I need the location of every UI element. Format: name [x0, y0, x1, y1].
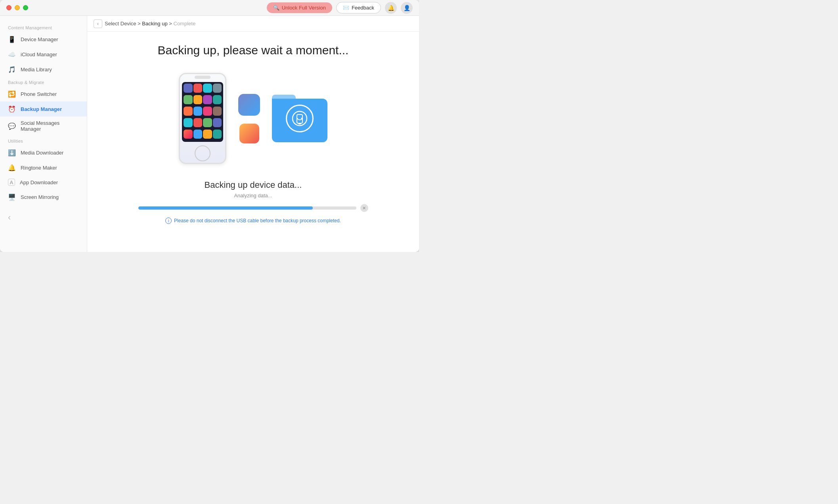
- status-subtitle: Analyzing data...: [138, 193, 368, 199]
- app-icon-2: [193, 84, 203, 93]
- download-icon: ⬇️: [8, 149, 16, 157]
- app-icon-sidebar: A: [8, 179, 15, 186]
- sidebar-item-backup-manager[interactable]: ⏰ Backup Manager: [0, 101, 87, 116]
- chat-icon: 💬: [8, 122, 16, 130]
- unlock-button[interactable]: 🔍 Unlock Full Version: [267, 2, 332, 13]
- chevron-left-icon: ‹: [8, 212, 11, 223]
- progress-row: ✕: [138, 204, 368, 212]
- titlebar: 🔍 Unlock Full Version ✉️ Feedback 🔔 👤: [0, 0, 419, 16]
- sidebar-item-ringtone-maker[interactable]: 🔔 Ringtone Maker: [0, 160, 87, 175]
- app-icon-5: [184, 95, 193, 104]
- feedback-button[interactable]: ✉️ Feedback: [336, 2, 381, 13]
- main-content: ‹ Select Device > Backing up > Complete …: [87, 16, 419, 252]
- progress-bar-fill: [138, 206, 313, 210]
- phone-mockup: [179, 73, 226, 164]
- breadcrumb-sep1: >: [138, 21, 142, 27]
- phone-screen: [182, 82, 223, 142]
- music-icon: 🎵: [8, 65, 16, 73]
- progress-bar-background: [138, 206, 356, 210]
- app-icon-7: [203, 95, 212, 104]
- app-icon-15: [203, 118, 212, 127]
- app-icon-6: [193, 95, 203, 104]
- app-icon-1: [184, 84, 193, 93]
- breadcrumb-bar: ‹ Select Device > Backing up > Complete: [87, 16, 419, 32]
- sidebar-label-phone-switcher: Phone Switcher: [21, 91, 57, 97]
- app-icon-4: [213, 84, 222, 93]
- app-icon-12: [213, 107, 222, 116]
- app-icon-13: [184, 118, 193, 127]
- app-window: 🔍 Unlock Full Version ✉️ Feedback 🔔 👤 Co…: [0, 0, 419, 252]
- app-icon-10: [193, 107, 203, 116]
- warning-text: i Please do not disconnect the USB cable…: [138, 218, 368, 224]
- maximize-button[interactable]: [23, 5, 28, 10]
- sidebar-label-screen-mirroring: Screen Mirroring: [21, 194, 59, 200]
- sidebar-item-icloud-manager[interactable]: ☁️ iCloud Manager: [0, 47, 87, 62]
- sidebar-label-media-library: Media Library: [21, 67, 52, 73]
- traffic-lights: [6, 5, 28, 10]
- status-section: Backing up device data... Analyzing data…: [138, 180, 368, 224]
- sidebar-item-phone-switcher[interactable]: 🔁 Phone Switcher: [0, 86, 87, 101]
- bell-icon: 🔔: [388, 5, 394, 11]
- monitor-icon: 🖥️: [8, 193, 16, 201]
- main-title: Backing up, please wait a moment...: [158, 44, 349, 57]
- sidebar-label-backup-manager: Backup Manager: [21, 106, 62, 112]
- sidebar-item-media-library[interactable]: 🎵 Media Library: [0, 62, 87, 77]
- app-icon-11: [203, 107, 212, 116]
- app-icon-16: [213, 118, 222, 127]
- sidebar-label-app-downloader: App Downloader: [20, 179, 58, 185]
- animation-area: [95, 73, 411, 164]
- user-icon: 👤: [404, 5, 410, 11]
- feedback-label: Feedback: [352, 5, 374, 11]
- collapse-sidebar-button[interactable]: ‹: [8, 212, 79, 223]
- sidebar-label-social-messages: Social Messages Manager: [21, 120, 79, 132]
- sidebar-label-icloud-manager: iCloud Manager: [21, 52, 57, 57]
- bell-icon-sidebar: 🔔: [8, 164, 16, 172]
- titlebar-actions: 🔍 Unlock Full Version ✉️ Feedback 🔔 👤: [267, 2, 413, 14]
- back-arrow-icon: ‹: [97, 21, 99, 27]
- sidebar-item-app-downloader[interactable]: A App Downloader: [0, 175, 87, 189]
- mail-icon: ✉️: [343, 5, 349, 11]
- warning-message: Please do not disconnect the USB cable b…: [174, 218, 341, 223]
- sidebar-item-media-downloader[interactable]: ⬇️ Media Downloader: [0, 145, 87, 160]
- sidebar-label-device-manager: Device Manager: [21, 36, 58, 42]
- unlock-label: Unlock Full Version: [282, 5, 326, 11]
- minimize-button[interactable]: [15, 5, 20, 10]
- cancel-icon: ✕: [362, 206, 366, 211]
- app-icon-14: [193, 118, 203, 127]
- float-icon-orange: [239, 124, 259, 143]
- progress-cancel-button[interactable]: ✕: [360, 204, 368, 212]
- app-icon-8: [213, 95, 222, 104]
- sidebar-item-social-messages[interactable]: 💬 Social Messages Manager: [0, 116, 87, 136]
- phone-icon: 📱: [8, 35, 16, 43]
- section-utilities: Utilities: [0, 136, 87, 145]
- content-area: Backing up, please wait a moment...: [87, 32, 419, 252]
- info-icon: i: [165, 218, 172, 224]
- cloud-icon: ☁️: [8, 50, 16, 58]
- app-body: Content Management 📱 Device Manager ☁️ i…: [0, 16, 419, 252]
- section-content-management: Content Management: [0, 22, 87, 32]
- phone-home-button: [195, 145, 210, 161]
- app-icon-18: [193, 130, 203, 139]
- phone-notch: [195, 76, 210, 79]
- clock-icon: ⏰: [8, 105, 16, 113]
- floating-icons: [238, 94, 260, 143]
- breadcrumb-back-button[interactable]: ‹: [94, 19, 102, 28]
- sidebar-item-screen-mirroring[interactable]: 🖥️ Screen Mirroring: [0, 189, 87, 204]
- breadcrumb-step1: Select Device: [105, 21, 136, 27]
- sidebar-label-ringtone-maker: Ringtone Maker: [21, 165, 57, 171]
- app-icon-9: [184, 107, 193, 116]
- close-button[interactable]: [6, 5, 11, 10]
- app-icon-17: [184, 130, 193, 139]
- sidebar-item-device-manager[interactable]: 📱 Device Manager: [0, 32, 87, 47]
- sidebar: Content Management 📱 Device Manager ☁️ i…: [0, 16, 87, 252]
- breadcrumb: Select Device > Backing up > Complete: [105, 21, 195, 27]
- sidebar-label-media-downloader: Media Downloader: [21, 150, 63, 156]
- search-icon: 🔍: [273, 5, 279, 11]
- float-icon-blue: [238, 94, 260, 116]
- user-avatar[interactable]: 👤: [401, 2, 413, 14]
- notification-button[interactable]: 🔔: [385, 2, 397, 14]
- app-icon-20: [213, 130, 222, 139]
- breadcrumb-step3: Complete: [174, 21, 196, 27]
- breadcrumb-sep2: >: [169, 21, 173, 27]
- breadcrumb-step2: Backing up: [142, 21, 167, 27]
